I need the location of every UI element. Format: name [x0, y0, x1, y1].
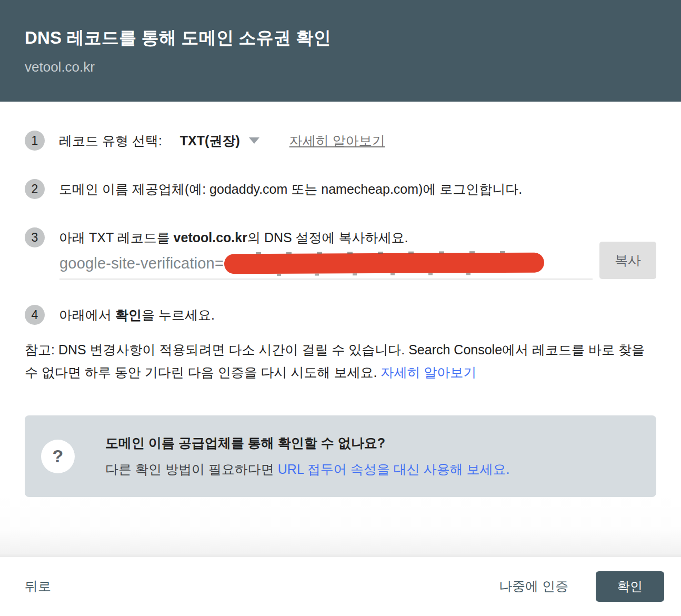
dialog-domain: vetool.co.kr	[25, 59, 656, 75]
record-type-learn-more-link[interactable]: 자세히 알아보기	[289, 132, 385, 150]
press-verify-text: 아래에서 확인을 누르세요.	[59, 305, 215, 324]
step-login-provider: 2 도메인 이름 제공업체(예: godaddy.com 또는 namechea…	[25, 179, 656, 199]
copy-record-text-after: 의 DNS 설정에 복사하세요.	[247, 230, 408, 245]
dialog-content: 1 레코드 유형 선택: TXT(권장) 자세히 알아보기 2 도메인 이름 제…	[0, 102, 681, 497]
help-text-block: 도메인 이름 공급업체를 통해 확인할 수 없나요? 다른 확인 방법이 필요하…	[105, 434, 510, 478]
help-box: ? 도메인 이름 공급업체를 통해 확인할 수 없나요? 다른 확인 방법이 필…	[25, 415, 656, 497]
dialog-header: DNS 레코드를 통해 도메인 소유권 확인 vetool.co.kr	[0, 0, 681, 102]
help-title: 도메인 이름 공급업체를 통해 확인할 수 없나요?	[105, 434, 510, 452]
chevron-down-icon	[249, 137, 259, 144]
copy-record-text-before: 아래 TXT 레코드를	[59, 230, 174, 245]
verify-later-button[interactable]: 나중에 인증	[499, 572, 568, 600]
copy-button[interactable]: 복사	[599, 242, 656, 279]
step-number-badge: 1	[25, 131, 45, 151]
copy-record-text: 아래 TXT 레코드를 vetool.co.kr의 DNS 설정에 복사하세요.	[59, 228, 408, 247]
record-type-select[interactable]: TXT(권장)	[180, 132, 259, 150]
press-verify-text-after: 을 누르세요.	[142, 307, 215, 322]
dialog-title: DNS 레코드를 통해 도메인 소유권 확인	[25, 26, 656, 50]
dns-propagation-note: 참고: DNS 변경사항이 적용되려면 다소 시간이 걸릴 수 있습니다. Se…	[25, 339, 656, 384]
redacted-verification-token	[224, 253, 544, 274]
step-number-badge: 3	[25, 227, 45, 247]
press-verify-bold: 확인	[115, 307, 142, 322]
note-text: 참고: DNS 변경사항이 적용되려면 다소 시간이 걸릴 수 있습니다. Se…	[25, 342, 645, 380]
copy-record-domain: vetool.co.kr	[174, 230, 247, 245]
txt-record-field[interactable]: google-site-verification=	[59, 246, 593, 280]
step-press-verify: 4 아래에서 확인을 누르세요.	[25, 305, 656, 325]
txt-record-row: google-site-verification= 복사	[59, 242, 656, 280]
dialog-footer: 뒤로 나중에 인증 확인	[0, 557, 681, 616]
help-body: 다른 확인 방법이 필요하다면 URL 접두어 속성을 대신 사용해 보세요.	[105, 461, 510, 478]
step-number-badge: 2	[25, 179, 45, 199]
url-prefix-link[interactable]: URL 접두어 속성을 대신 사용해 보세요.	[278, 462, 510, 476]
record-type-selected-value: TXT(권장)	[180, 132, 240, 150]
verify-button[interactable]: 확인	[596, 571, 664, 602]
note-learn-more-link[interactable]: 자세히 알아보기	[380, 365, 476, 380]
footer-divider	[0, 497, 681, 557]
txt-record-value: google-site-verification=	[59, 255, 224, 272]
login-provider-text: 도메인 이름 제공업체(예: godaddy.com 또는 namecheap.…	[59, 180, 522, 198]
question-mark-icon: ?	[41, 440, 75, 473]
back-button[interactable]: 뒤로	[25, 572, 51, 600]
help-body-text: 다른 확인 방법이 필요하다면	[105, 462, 278, 476]
step-number-badge: 4	[25, 305, 45, 325]
record-type-label: 레코드 유형 선택:	[59, 131, 162, 150]
press-verify-text-before: 아래에서	[59, 307, 115, 322]
step-record-type: 1 레코드 유형 선택: TXT(권장) 자세히 알아보기	[25, 131, 656, 151]
